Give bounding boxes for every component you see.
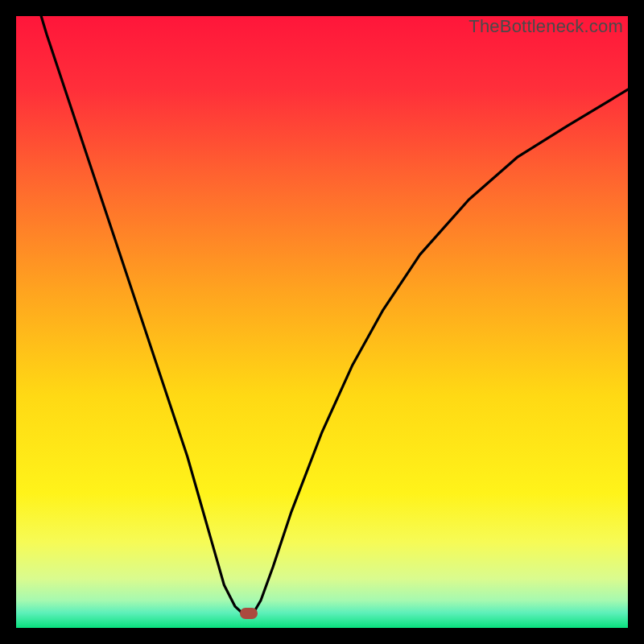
plot-frame: TheBottleneck.com: [16, 16, 628, 628]
minimum-marker: [240, 608, 258, 619]
bottleneck-curve: [16, 16, 628, 628]
